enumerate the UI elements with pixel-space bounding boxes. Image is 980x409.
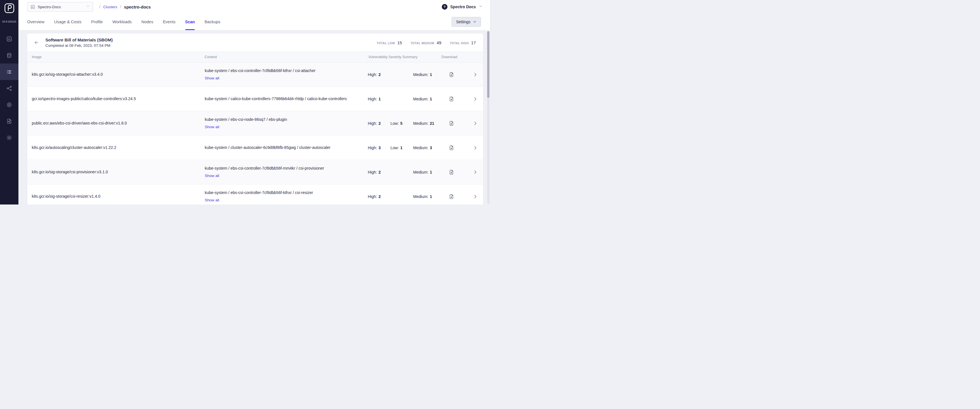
table-row[interactable]: k8s.gcr.io/sig-storage/csi-provisioner:v… — [27, 160, 483, 185]
severity-low: Low:1 — [390, 145, 413, 150]
table-row[interactable]: gcr.io/spectro-images-public/calico/kube… — [27, 87, 483, 111]
show-all-link[interactable]: Show all — [205, 124, 358, 130]
show-all-link[interactable]: Show all — [205, 173, 358, 179]
total-badge: TOTAL HIGH 17 — [450, 40, 476, 45]
sbom-card-header: Software Bill of Materials (SBOM) Comple… — [27, 33, 483, 52]
sidebar-item-profiles[interactable] — [0, 47, 18, 64]
tab-scan[interactable]: Scan — [185, 14, 195, 30]
total-badge: TOTAL LOW 15 — [377, 40, 402, 45]
tab-usage-costs[interactable]: Usage & Costs — [54, 14, 81, 30]
image-name: public.ecr.aws/ebs-csi-driver/aws-ebs-cs… — [32, 121, 205, 126]
severity-medium: Medium:1 — [413, 97, 442, 101]
severity-medium: Medium:1 — [413, 194, 442, 199]
download-cell — [442, 72, 467, 77]
arrow-left-icon — [34, 40, 40, 45]
severity-summary: High:2 Medium:1 — [368, 170, 442, 174]
sidebar-nav — [0, 31, 18, 146]
context-text: kube-system / calico-kube-controllers-77… — [205, 96, 358, 102]
scan-completed-timestamp: Completed at 08 Feb, 2023, 07:54 PM — [45, 43, 113, 48]
sbom-card: Software Bill of Materials (SBOM) Comple… — [27, 33, 483, 205]
tab-nodes[interactable]: Nodes — [142, 14, 153, 30]
download-icon[interactable] — [449, 194, 454, 199]
chevron-right-icon[interactable] — [473, 145, 478, 150]
context-cell: kube-system / ebs-csi-controller-7cf8dbb… — [205, 190, 368, 203]
main-column: Spectro-Docs / Clusters / spectro-docs ?… — [18, 0, 490, 205]
scrollbar-thumb[interactable] — [487, 31, 490, 98]
column-header-download: Download — [442, 55, 467, 59]
tab-backups[interactable]: Backups — [204, 14, 220, 30]
expand-cell — [467, 194, 483, 199]
image-name: k8s.gcr.io/autoscaling/cluster-autoscale… — [32, 145, 205, 151]
severity-summary: High:1 Medium:1 — [368, 97, 442, 101]
project-selector[interactable]: Spectro-Docs — [27, 2, 93, 12]
breadcrumb-separator: / — [99, 5, 100, 9]
sidebar-item-clusters[interactable] — [0, 64, 18, 80]
help-icon[interactable]: ? — [442, 4, 447, 10]
sidebar-item-workspaces[interactable] — [0, 80, 18, 96]
severity-high: High:1 — [368, 97, 390, 101]
column-header-severity: Vulnerability Severity Summary — [368, 55, 442, 59]
bar-chart-icon — [6, 36, 12, 42]
tab-workloads[interactable]: Workloads — [112, 14, 132, 30]
tab-profile[interactable]: Profile — [91, 14, 103, 30]
severity-medium: Medium:1 — [413, 72, 442, 77]
download-cell — [442, 194, 467, 199]
breadcrumb-link-clusters[interactable]: Clusters — [103, 5, 118, 9]
chevron-right-icon[interactable] — [473, 72, 478, 77]
back-button[interactable] — [33, 39, 40, 46]
severity-medium: Medium:1 — [413, 170, 442, 174]
ring-icon — [6, 102, 12, 108]
tenant-menu-label[interactable]: Spectro Docs — [450, 5, 476, 9]
download-cell — [442, 170, 467, 175]
context-cell: kube-system / ebs-csi-node-86sq7 / ebs-p… — [205, 116, 368, 130]
tab-overview[interactable]: Overview — [27, 14, 44, 30]
context-text: kube-system / cluster-autoscaler-6c9d9bf… — [205, 145, 358, 150]
chevron-right-icon[interactable] — [473, 170, 478, 175]
sidebar-item-dashboard[interactable] — [0, 31, 18, 47]
download-icon[interactable] — [449, 121, 454, 126]
chevron-right-icon[interactable] — [473, 194, 478, 199]
settings-button[interactable]: Settings — [452, 17, 481, 27]
download-icon[interactable] — [449, 96, 454, 102]
table-row[interactable]: k8s.gcr.io/autoscaling/cluster-autoscale… — [27, 135, 483, 160]
table-row[interactable]: public.ecr.aws/ebs-csi-driver/aws-ebs-cs… — [27, 111, 483, 135]
expand-cell — [467, 145, 483, 150]
cluster-list-icon — [6, 69, 12, 75]
top-right: ? Spectro Docs — [442, 4, 483, 10]
sidebar-item-audit[interactable] — [0, 113, 18, 129]
tab-events[interactable]: Events — [163, 14, 175, 30]
download-cell — [442, 121, 467, 126]
sidebar: 10.3-101121 — [0, 0, 18, 205]
app-version: 10.3-101121 — [2, 20, 17, 23]
severity-medium: Medium:21 — [413, 121, 442, 126]
download-cell — [442, 145, 467, 150]
chevron-right-icon[interactable] — [473, 121, 478, 126]
breadcrumb-current: spectro-docs — [124, 5, 151, 10]
severity-summary: High:3 Low:1 Medium:3 — [368, 145, 442, 150]
download-icon[interactable] — [449, 145, 454, 150]
image-name: k8s.gcr.io/sig-storage/csi-resizer:v1.4.… — [32, 194, 205, 199]
table-row[interactable]: k8s.gcr.io/sig-storage/csi-attacher:v3.4… — [27, 62, 483, 87]
download-icon[interactable] — [449, 170, 454, 175]
expand-cell — [467, 121, 483, 126]
chevron-down-icon[interactable] — [479, 4, 483, 10]
severity-high: High:2 — [368, 121, 390, 126]
show-all-link[interactable]: Show all — [205, 197, 358, 203]
severity-high: High:2 — [368, 170, 390, 174]
severity-medium: Medium:3 — [413, 145, 442, 150]
show-all-link[interactable]: Show all — [205, 75, 358, 81]
severity-low: Low:5 — [390, 121, 413, 126]
app-window: 10.3-101121 — [0, 0, 490, 205]
context-text: kube-system / ebs-csi-node-86sq7 / ebs-p… — [205, 116, 358, 122]
sidebar-item-settings[interactable] — [0, 129, 18, 146]
table-row[interactable]: k8s.gcr.io/sig-storage/csi-resizer:v1.4.… — [27, 185, 483, 205]
chevron-right-icon[interactable] — [473, 96, 478, 102]
top-bar: Spectro-Docs / Clusters / spectro-docs ?… — [18, 0, 490, 14]
app-logo — [4, 3, 15, 14]
download-icon[interactable] — [449, 72, 454, 77]
vertical-scrollbar[interactable] — [487, 31, 490, 204]
severity-high: High:3 — [368, 145, 390, 150]
expand-cell — [467, 170, 483, 175]
sidebar-item-registries[interactable] — [0, 96, 18, 113]
tab-list: OverviewUsage & CostsProfileWorkloadsNod… — [27, 14, 220, 30]
